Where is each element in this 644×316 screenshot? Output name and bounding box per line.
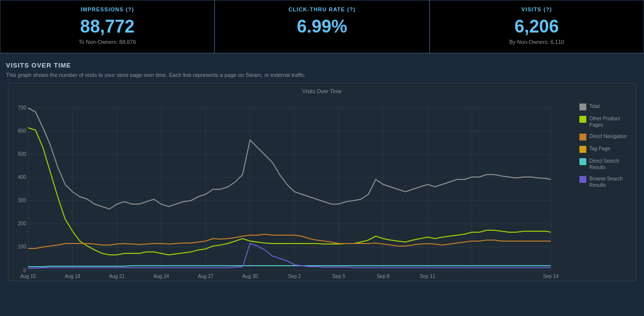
legend-item-browse-search-results: Browse Search Results — [579, 176, 632, 188]
legend-color-browse-search-results — [579, 176, 586, 183]
svg-text:100: 100 — [18, 244, 26, 249]
chart-title: Visits Over Time — [8, 88, 636, 94]
svg-text:Sep 14: Sep 14 — [543, 274, 559, 279]
legend-label-browse-search-results: Browse Search Results — [589, 176, 632, 188]
section-description: This graph shows the number of visits to… — [6, 72, 638, 78]
impressions-card: IMPRESSIONS (?) 88,772 To Non-Owners: 88… — [0, 0, 215, 53]
chart-svg-wrapper: 0 100 200 300 400 500 600 700 — [8, 98, 575, 281]
visits-sub: By Non-Owners: 6,110 — [440, 39, 634, 45]
impressions-sub: To Non-Owners: 88,676 — [10, 39, 204, 45]
svg-text:400: 400 — [18, 175, 26, 180]
ctr-card: CLICK-THRU RATE (?) 6.99% — [215, 0, 429, 53]
svg-text:Aug 30: Aug 30 — [242, 274, 258, 279]
ctr-title: CLICK-THRU RATE (?) — [225, 6, 419, 12]
chart-svg: 0 100 200 300 400 500 600 700 — [8, 98, 575, 281]
ctr-value: 6.99% — [225, 16, 419, 37]
legend-item-tag-page: Tag Page — [579, 145, 632, 153]
visits-title: VISITS (?) — [440, 6, 634, 12]
svg-text:Sep 8: Sep 8 — [377, 274, 390, 279]
legend-color-total — [579, 104, 586, 110]
visits-card: VISITS (?) 6,206 By Non-Owners: 6,110 — [429, 0, 644, 53]
chart-area: 0 100 200 300 400 500 600 700 — [8, 98, 636, 281]
svg-text:Aug 18: Aug 18 — [65, 274, 80, 279]
legend-label-other-product-pages: Other Product Pages — [589, 115, 632, 128]
svg-text:Aug 15: Aug 15 — [20, 274, 36, 279]
visits-value: 6,206 — [440, 16, 634, 37]
legend-label-total: Total — [589, 103, 600, 109]
legend-color-direct-navigation — [579, 134, 586, 140]
svg-text:Sep 2: Sep 2 — [288, 274, 301, 279]
legend-item-direct-navigation: Direct Navigation — [579, 133, 632, 140]
visits-section: VISITS OVER TIME This graph shows the nu… — [0, 54, 644, 285]
legend-item-direct-search-results: Direct Search Results — [579, 158, 632, 171]
svg-text:600: 600 — [18, 128, 26, 134]
chart-container: Visits Over Time — [8, 83, 636, 281]
metrics-row: IMPRESSIONS (?) 88,772 To Non-Owners: 88… — [0, 0, 644, 54]
svg-text:500: 500 — [18, 151, 26, 157]
impressions-value: 88,772 — [10, 16, 204, 37]
svg-text:Sep 11: Sep 11 — [420, 274, 435, 279]
legend-label-direct-navigation: Direct Navigation — [589, 133, 627, 140]
svg-text:Aug 21: Aug 21 — [109, 274, 125, 279]
impressions-title: IMPRESSIONS (?) — [10, 6, 204, 12]
section-title: VISITS OVER TIME — [6, 62, 638, 69]
legend-color-tag-page — [579, 146, 586, 153]
svg-text:200: 200 — [18, 221, 26, 226]
svg-text:Sep 5: Sep 5 — [332, 274, 346, 279]
legend-color-direct-search-results — [579, 158, 586, 165]
chart-legend: Total Other Product Pages Direct Navigat… — [575, 98, 636, 281]
svg-text:0: 0 — [23, 268, 26, 273]
legend-color-other-product-pages — [579, 116, 586, 123]
legend-label-tag-page: Tag Page — [589, 145, 610, 152]
legend-label-direct-search-results: Direct Search Results — [589, 158, 632, 171]
legend-item-other-product-pages: Other Product Pages — [579, 115, 632, 128]
svg-text:700: 700 — [18, 105, 26, 110]
legend-item-total: Total — [579, 103, 632, 110]
svg-text:300: 300 — [18, 198, 26, 203]
svg-text:Aug 24: Aug 24 — [153, 274, 169, 279]
svg-text:Aug 27: Aug 27 — [198, 274, 214, 279]
